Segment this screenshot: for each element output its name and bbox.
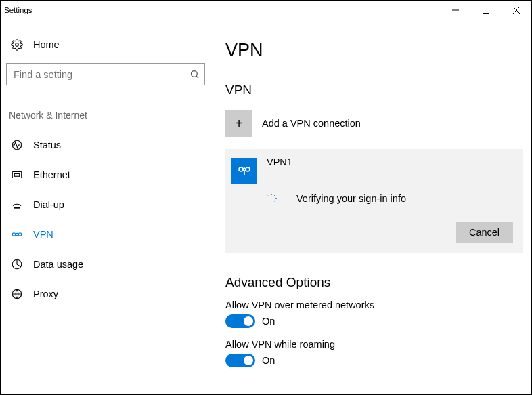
status-icon (9, 139, 25, 151)
svg-point-17 (239, 167, 243, 171)
sidebar-item-label: Dial-up (33, 199, 64, 210)
svg-point-18 (246, 167, 250, 171)
window-body: Home Network & Internet Status Ether (1, 20, 531, 394)
svg-point-14 (18, 233, 22, 236)
vpn-name: VPN1 (267, 157, 292, 167)
sidebar-item-label: Ethernet (33, 169, 70, 180)
sidebar-item-datausage[interactable]: Data usage (6, 249, 205, 279)
svg-point-4 (16, 43, 19, 47)
sidebar-item-proxy[interactable]: Proxy (6, 279, 205, 309)
section-title: Network & Internet (6, 110, 205, 130)
home-button[interactable]: Home (6, 32, 205, 63)
svg-point-10 (14, 207, 16, 209)
gear-icon (9, 39, 25, 51)
maximize-button[interactable] (470, 1, 501, 20)
svg-point-13 (12, 233, 16, 236)
plus-icon: + (225, 110, 252, 137)
sidebar-item-dialup[interactable]: Dial-up (6, 190, 205, 220)
sidebar-item-label: Data usage (33, 259, 83, 270)
metered-state: On (262, 316, 275, 327)
svg-rect-9 (14, 174, 20, 177)
svg-line-6 (196, 76, 198, 78)
option-metered-label: Allow VPN over metered networks (225, 299, 523, 310)
titlebar: Settings (1, 1, 531, 20)
page-title: VPN (225, 40, 523, 61)
window-title: Settings (1, 6, 440, 14)
svg-rect-1 (483, 7, 489, 14)
search-icon (184, 69, 204, 79)
svg-point-11 (16, 207, 18, 209)
vpn-status-row: Verifying your sign-in info (267, 193, 513, 204)
sidebar-item-status[interactable]: Status (6, 130, 205, 160)
metered-toggle[interactable] (225, 314, 255, 328)
search-input[interactable] (7, 69, 184, 80)
close-button[interactable] (501, 1, 531, 20)
ethernet-icon (9, 169, 25, 181)
cancel-button[interactable]: Cancel (456, 222, 513, 243)
option-metered: Allow VPN over metered networks On (225, 299, 523, 328)
add-vpn-label: Add a VPN connection (262, 118, 361, 129)
dialup-icon (9, 199, 25, 211)
svg-rect-8 (12, 172, 22, 178)
sidebar-item-label: Status (33, 140, 61, 150)
option-roaming: Allow VPN while roaming On (225, 339, 523, 367)
roaming-toggle[interactable] (225, 354, 255, 367)
sidebar-item-label: VPN (33, 229, 53, 240)
search-box[interactable] (6, 63, 205, 85)
vpn-logo-icon (231, 158, 257, 184)
option-roaming-label: Allow VPN while roaming (225, 339, 523, 350)
sidebar-item-label: Proxy (33, 289, 58, 299)
vpn-status-text: Verifying your sign-in info (296, 193, 406, 204)
home-label: Home (33, 39, 60, 50)
proxy-icon (9, 288, 25, 300)
sidebar-item-ethernet[interactable]: Ethernet (6, 160, 205, 190)
vpn-button-row: Cancel (231, 222, 513, 243)
vpn-card-header: VPN1 (231, 157, 513, 184)
roaming-state: On (262, 355, 275, 366)
section-vpn-heading: VPN (225, 83, 523, 98)
svg-point-12 (18, 207, 20, 209)
data-usage-icon (9, 258, 25, 270)
minimize-button[interactable] (440, 1, 470, 20)
sidebar: Home Network & Internet Status Ether (1, 20, 210, 394)
settings-window: Settings Home Network & In (0, 0, 532, 395)
svg-point-5 (191, 71, 197, 77)
main-content: VPN VPN + Add a VPN connection VPN1 (210, 20, 531, 394)
add-vpn-button[interactable]: + Add a VPN connection (225, 108, 523, 138)
vpn-icon (9, 228, 25, 241)
sidebar-item-vpn[interactable]: VPN (6, 220, 205, 249)
advanced-options-heading: Advanced Options (225, 275, 523, 290)
spinner-icon (267, 194, 276, 203)
vpn-connection-card[interactable]: VPN1 Verifying your sign-in info Cancel (225, 149, 523, 253)
